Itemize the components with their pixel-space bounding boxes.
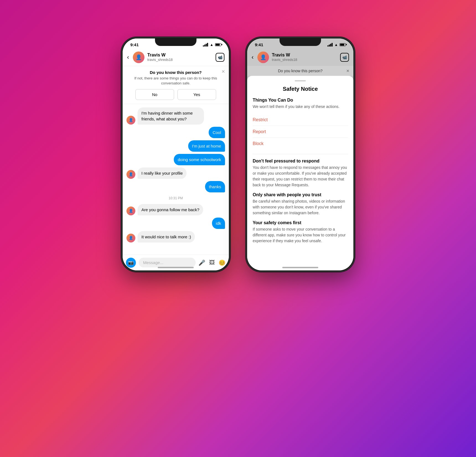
- avatar: 👤: [126, 206, 135, 215]
- contact-info: Travis W travis_shreds18: [147, 53, 213, 62]
- left-phone-frame: 9:41 ▲: [122, 38, 230, 271]
- things-you-can-do-section: Things You Can Do We won't tell them if …: [253, 98, 348, 149]
- home-indicator: [282, 267, 318, 268]
- left-phone: 9:41 ▲: [122, 38, 230, 420]
- contact-username: travis_shreds18: [147, 58, 213, 62]
- section-text: You don't have to respond to messages th…: [253, 165, 348, 188]
- close-icon[interactable]: ✕: [346, 69, 350, 73]
- sheet-title: Safety Notice: [253, 86, 348, 92]
- right-phone: 9:41 ▲: [246, 38, 354, 420]
- camera-button[interactable]: 📷: [126, 258, 136, 268]
- avatar[interactable]: 👤: [133, 51, 144, 63]
- back-button[interactable]: ‹: [127, 54, 129, 61]
- safety-banner-title: Do you know this person?: [127, 70, 224, 75]
- table-row: idk: [126, 218, 225, 229]
- notch: [155, 38, 196, 46]
- home-indicator: [158, 267, 194, 268]
- time: 9:41: [255, 42, 263, 47]
- sticker-icon[interactable]: 😊: [219, 259, 226, 266]
- no-button[interactable]: No: [135, 89, 174, 100]
- chat-header: ‹ 👤 Travis W travis_shreds18 📹: [247, 49, 353, 66]
- safety-first-section: Your safety comes first If someone asks …: [253, 220, 348, 244]
- section-text: Be careful when sharing photos, videos o…: [253, 198, 348, 216]
- battery-icon: [215, 43, 221, 46]
- table-row: thanks: [126, 181, 225, 192]
- contact-username: travis_shreds18: [272, 58, 337, 62]
- table-row: doing some schoolwork: [126, 154, 225, 165]
- video-call-button[interactable]: 📹: [216, 53, 224, 62]
- table-row: Cool: [126, 127, 225, 138]
- message-input[interactable]: Message...: [139, 258, 196, 267]
- right-phone-screen: 9:41 ▲: [247, 38, 353, 270]
- wifi-icon: ▲: [210, 43, 213, 47]
- message-bubble: doing some schoolwork: [174, 154, 225, 165]
- message-bubble: Cool: [209, 127, 225, 138]
- message-bubble: Are you gonna follow me back?: [138, 204, 203, 215]
- yes-button[interactable]: Yes: [177, 89, 216, 100]
- avatar[interactable]: 👤: [257, 51, 269, 63]
- microphone-icon[interactable]: 🎤: [198, 259, 205, 266]
- message-bubble: I'm having dinner with some friends, wha…: [138, 107, 204, 125]
- do-you-know-text: Do you know this person?: [278, 69, 322, 73]
- section-text: If someone asks to move your conversatio…: [253, 226, 348, 244]
- report-link[interactable]: Report: [253, 126, 348, 138]
- input-icons: 🎤 🖼 😊: [198, 259, 226, 266]
- do-you-know-bar: Do you know this person? ✕: [247, 66, 353, 76]
- message-bubble: I really like your profile: [138, 167, 187, 179]
- message-bubble: It would nice to talk more :): [138, 231, 195, 242]
- contact-info: Travis W travis_shreds18: [272, 53, 337, 62]
- table-row: 👤 Are you gonna follow me back?: [126, 204, 225, 215]
- avatar: 👤: [126, 116, 135, 125]
- notch: [280, 38, 321, 46]
- video-call-button[interactable]: 📹: [340, 53, 349, 62]
- message-bubble: I'm just at home: [188, 140, 225, 152]
- things-desc: We won't tell them if you take any of th…: [253, 104, 348, 110]
- chat-header: ‹ 👤 Travis W travis_shreds18 📹: [123, 49, 229, 66]
- table-row: 👤 I'm having dinner with some friends, w…: [126, 107, 225, 125]
- safety-banner: ✕ Do you know this person? If not, there…: [123, 66, 229, 104]
- contact-name: Travis W: [272, 53, 337, 58]
- right-phone-frame: 9:41 ▲: [246, 38, 354, 271]
- message-bubble: idk: [212, 218, 225, 229]
- block-link[interactable]: Block: [253, 138, 348, 149]
- left-phone-screen: 9:41 ▲: [123, 38, 229, 270]
- wifi-icon: ▲: [334, 43, 338, 47]
- contact-name: Travis W: [147, 53, 213, 58]
- back-button[interactable]: ‹: [252, 54, 253, 61]
- table-row: 👤 I really like your profile: [126, 167, 225, 179]
- avatar: 👤: [126, 170, 135, 179]
- safety-sheet: Safety Notice Things You Can Do We won't…: [247, 76, 353, 270]
- safety-banner-desc: If not, there are some things you can do…: [127, 76, 224, 86]
- status-icons: ▲: [203, 43, 221, 47]
- restrict-link[interactable]: Restrict: [253, 114, 348, 126]
- time: 9:41: [130, 42, 139, 47]
- only-share-section: Only share with people you trust Be care…: [253, 192, 348, 216]
- gallery-icon[interactable]: 🖼: [209, 259, 215, 266]
- messages-area: 👤 I'm having dinner with some friends, w…: [123, 104, 229, 255]
- sheet-handle: [295, 80, 306, 81]
- battery-icon: [340, 43, 346, 46]
- table-row: 👤 It would nice to talk more :): [126, 231, 225, 242]
- section-title: Don't feel pressured to respond: [253, 159, 348, 164]
- signal-icon: [327, 43, 333, 47]
- message-bubble: thanks: [205, 181, 225, 192]
- section-title: Only share with people you trust: [253, 192, 348, 197]
- timestamp: 10:31 PM: [126, 196, 225, 200]
- no-pressure-section: Don't feel pressured to respond You don'…: [253, 159, 348, 188]
- status-icons: ▲: [327, 43, 346, 47]
- safety-banner-buttons: No Yes: [127, 89, 224, 100]
- table-row: I'm just at home: [126, 140, 225, 152]
- signal-icon: [203, 43, 208, 47]
- action-links: Restrict Report Block: [253, 114, 348, 149]
- things-title: Things You Can Do: [253, 98, 348, 103]
- avatar: 👤: [126, 234, 135, 242]
- close-banner-button[interactable]: ✕: [221, 69, 225, 74]
- section-title: Your safety comes first: [253, 220, 348, 225]
- divider: [253, 154, 348, 154]
